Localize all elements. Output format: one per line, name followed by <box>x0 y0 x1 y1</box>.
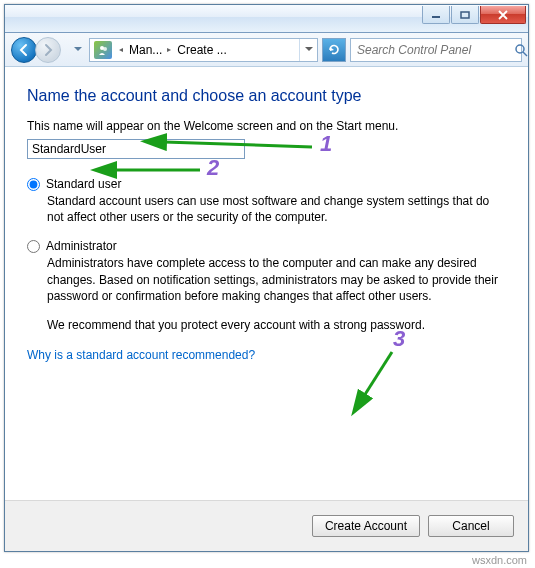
option-standard-user: Standard user Standard account users can… <box>27 177 506 225</box>
chevron-right-icon: ▸ <box>167 45 171 54</box>
svg-line-5 <box>523 52 527 56</box>
intro-text: This name will appear on the Welcome scr… <box>27 119 506 133</box>
password-recommendation: We recommend that you protect every acco… <box>47 318 506 332</box>
option-description: Standard account users can use most soft… <box>47 193 506 225</box>
breadcrumb-segment-1[interactable]: Man... ▸ <box>126 39 174 61</box>
svg-point-3 <box>103 47 107 51</box>
breadcrumb-text: Man... <box>129 43 162 57</box>
option-description: Administrators have complete access to t… <box>47 255 506 304</box>
breadcrumb-text: Create ... <box>177 43 226 57</box>
svg-point-4 <box>516 45 524 53</box>
account-type-options: Standard user Standard account users can… <box>27 177 506 332</box>
option-label: Administrator <box>46 239 117 253</box>
svg-rect-0 <box>432 16 440 18</box>
search-input[interactable] <box>351 43 514 57</box>
address-bar[interactable]: ◂ Man... ▸ Create ... <box>89 38 318 62</box>
nav-bar: ◂ Man... ▸ Create ... <box>5 33 528 67</box>
option-label: Standard user <box>46 177 121 191</box>
nav-history-dropdown[interactable] <box>71 38 85 62</box>
content-area: Name the account and choose an account t… <box>5 67 528 374</box>
watermark: wsxdn.com <box>472 554 527 566</box>
address-dropdown[interactable] <box>299 39 317 61</box>
account-name-input[interactable] <box>27 139 245 159</box>
cancel-button[interactable]: Cancel <box>428 515 514 537</box>
radio-administrator[interactable] <box>27 240 40 253</box>
user-accounts-icon <box>94 41 112 59</box>
back-button[interactable] <box>11 37 37 63</box>
breadcrumb-prev-chevron[interactable]: ◂ <box>116 39 126 61</box>
button-bar: Create Account Cancel <box>5 500 528 551</box>
search-box[interactable] <box>350 38 522 62</box>
close-button[interactable] <box>480 6 526 24</box>
page-heading: Name the account and choose an account t… <box>27 87 506 105</box>
create-account-button[interactable]: Create Account <box>312 515 420 537</box>
forward-button[interactable] <box>35 37 61 63</box>
radio-standard-user[interactable] <box>27 178 40 191</box>
minimize-button[interactable] <box>422 6 450 24</box>
search-icon[interactable] <box>514 39 528 61</box>
title-bar <box>5 5 528 33</box>
breadcrumb-segment-2[interactable]: Create ... <box>174 39 229 61</box>
maximize-button[interactable] <box>451 6 479 24</box>
option-administrator: Administrator Administrators have comple… <box>27 239 506 304</box>
svg-rect-1 <box>461 12 469 18</box>
refresh-button[interactable] <box>322 38 346 62</box>
window-frame: ◂ Man... ▸ Create ... Name the account a… <box>4 4 529 552</box>
nav-back-forward <box>11 37 67 63</box>
why-standard-link[interactable]: Why is a standard account recommended? <box>27 348 255 362</box>
